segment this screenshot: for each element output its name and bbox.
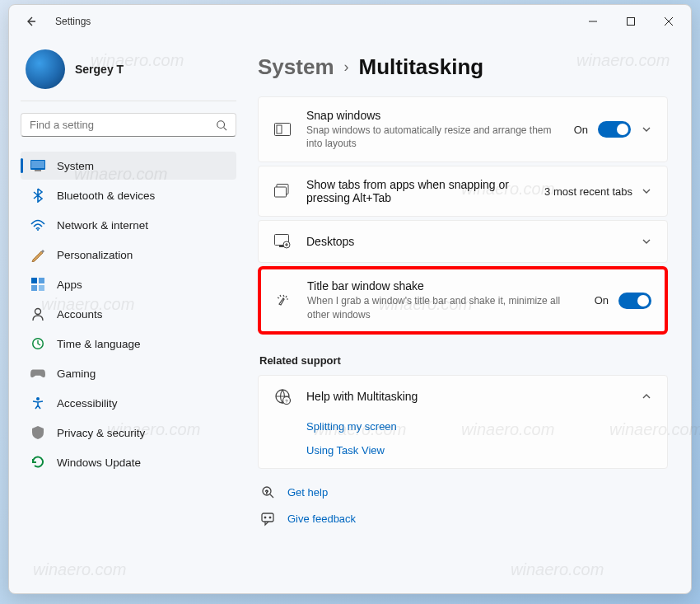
chevron-right-icon: › [344,59,349,76]
sidebar-item-label: Accessibility [57,397,118,410]
sidebar-item-gaming[interactable]: Gaming [21,359,236,387]
help-title: Help with Multitasking [306,390,626,403]
svg-rect-9 [39,285,44,291]
sidebar-item-label: Accounts [57,308,103,321]
svg-point-28 [269,517,271,518]
toggle-state: On [595,294,609,307]
svg-point-5 [37,229,39,231]
minimize-button[interactable] [574,8,612,35]
search-icon [216,119,227,131]
profile[interactable]: Sergey T [21,43,236,101]
sidebar-item-network[interactable]: Network & internet [21,211,236,239]
svg-rect-3 [31,161,44,168]
sidebar: Sergey T System Bluetooth & devices Netw… [9,38,248,593]
globe-help-icon: ? [273,387,292,405]
sidebar-item-label: Privacy & security [57,427,145,439]
sidebar-item-label: Time & language [57,338,141,350]
main-content: System › Multitasking Snap windows Snap … [248,38,691,593]
chevron-down-icon [641,124,652,135]
accounts-icon [30,307,45,321]
help-link-task-view[interactable]: Using Task View [306,444,652,457]
sidebar-item-label: Network & internet [57,219,148,232]
maximize-button[interactable] [612,8,650,35]
window-title: Settings [55,16,91,27]
search-box[interactable] [21,113,236,137]
feedback-icon [261,512,276,527]
snap-icon [273,120,292,138]
svg-rect-0 [628,18,635,26]
search-input[interactable] [30,119,216,131]
privacy-icon [30,425,45,440]
avatar [26,49,65,89]
desktops-icon [273,232,292,250]
sidebar-item-time[interactable]: Time & language [21,330,236,358]
chevron-down-icon [641,185,652,197]
apps-icon [30,277,45,292]
help-card: ? Help with Multitasking Splitting my sc… [258,375,668,469]
snap-toggle[interactable] [598,121,631,138]
minimize-icon [589,17,597,26]
get-help-label: Get help [287,486,328,499]
sidebar-item-label: Gaming [57,368,96,380]
chevron-down-icon [641,236,652,247]
chevron-up-icon [641,391,652,402]
title-bar-shake-card[interactable]: Title bar window shake When I grab a win… [258,266,668,334]
card-title: Desktops [306,235,626,248]
shake-toggle[interactable] [618,293,651,309]
sidebar-item-label: Windows Update [57,457,141,469]
close-button[interactable] [650,8,688,35]
dropdown-value: 3 most recent tabs [544,185,632,198]
sidebar-item-accounts[interactable]: Accounts [21,300,236,328]
help-link-splitting[interactable]: Splitting my screen [306,420,652,433]
arrow-left-icon [24,15,37,28]
gaming-icon [30,366,45,381]
breadcrumb-parent[interactable]: System [258,54,334,80]
svg-point-10 [35,309,41,315]
snap-windows-card[interactable]: Snap windows Snap windows to automatical… [258,96,668,162]
card-desc: Snap windows to automatically resize and… [306,124,559,150]
sidebar-item-apps[interactable]: Apps [21,270,236,298]
sidebar-item-bluetooth[interactable]: Bluetooth & devices [21,181,236,209]
accessibility-icon [30,396,45,410]
breadcrumb-current: Multitasking [359,54,484,80]
svg-rect-15 [277,125,282,133]
card-title: Title bar window shake [307,279,580,293]
sidebar-item-label: System [57,160,94,172]
settings-window: Settings Sergey T System Blue [8,4,692,594]
nav: System Bluetooth & devices Network & int… [21,152,236,476]
network-icon [30,218,45,232]
alt-tab-card[interactable]: Show tabs from apps when snapping or pre… [258,166,668,217]
profile-name: Sergey T [75,63,124,76]
sidebar-item-privacy[interactable]: Privacy & security [21,419,236,447]
svg-text:?: ? [265,489,268,494]
close-icon [665,17,673,26]
svg-point-1 [217,120,225,128]
sidebar-item-accessibility[interactable]: Accessibility [21,389,236,417]
sidebar-item-update[interactable]: Windows Update [21,448,236,476]
sidebar-item-label: Apps [57,279,82,291]
card-title: Show tabs from apps when snapping or pre… [306,178,530,204]
title-bar: Settings [9,5,691,38]
alt-tab-dropdown[interactable]: 3 most recent tabs [544,185,652,198]
update-icon [30,455,45,470]
tabs-icon [273,182,292,200]
related-support-heading: Related support [259,354,668,367]
give-feedback-link[interactable]: Give feedback [261,512,668,527]
svg-rect-8 [31,285,37,291]
personalization-icon [30,247,45,262]
system-icon [30,158,45,173]
desktops-card[interactable]: Desktops [258,220,668,263]
back-button[interactable] [17,8,44,35]
help-icon: ? [261,485,276,500]
svg-rect-4 [35,170,41,171]
get-help-link[interactable]: ? Get help [261,485,668,500]
breadcrumb: System › Multitasking [258,54,668,80]
help-header[interactable]: ? Help with Multitasking [273,387,652,405]
bluetooth-icon [30,188,45,203]
sidebar-item-system[interactable]: System [21,152,236,180]
svg-point-13 [36,397,40,400]
sidebar-item-personalization[interactable]: Personalization [21,241,236,269]
card-desc: When I grab a window's title bar and sha… [307,294,580,321]
svg-rect-6 [31,278,37,283]
sidebar-item-label: Bluetooth & devices [57,190,155,202]
